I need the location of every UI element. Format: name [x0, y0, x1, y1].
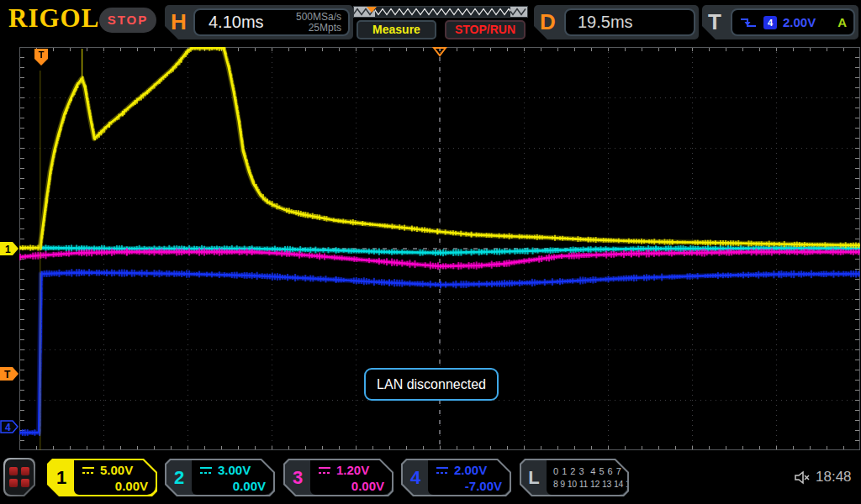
clock: 18:48	[816, 469, 852, 486]
oscilloscope-screen: RIGOL STOP H 4.10ms 500MSa/s 25Mpts Meas…	[0, 0, 861, 504]
channel4-offset: -7.00V	[435, 478, 502, 494]
trigger-label: T	[708, 9, 721, 35]
menu-grid-icon	[5, 459, 34, 495]
timebase-value: 4.10ms	[195, 13, 296, 32]
status-clock-area: 18:48	[794, 469, 852, 486]
trigger-time-marker[interactable]: T	[34, 48, 49, 68]
dc-coupling-icon	[317, 465, 332, 475]
memory-position-bar[interactable]	[353, 6, 528, 18]
timebase-value-box: 4.10ms 500MSa/s 25Mpts	[193, 8, 350, 36]
logic-label: L	[521, 460, 547, 495]
acquisition-info: 500MSa/s 25Mpts	[296, 12, 348, 34]
channel1-box[interactable]: 1 5.00V 0.00V	[47, 459, 157, 496]
trigger-value-box: 4 2.00V A	[731, 8, 855, 36]
lan-disconnected-toast: LAN disconnected	[364, 368, 499, 401]
horizontal-timebase-box[interactable]: H 4.10ms 500MSa/s 25Mpts	[165, 5, 353, 39]
channel1-marker-label: 1	[5, 244, 11, 255]
waveform-grid-area: LAN disconnected	[19, 47, 860, 450]
stop-run-button[interactable]: STOP/RUN	[445, 20, 526, 39]
sample-rate: 500MSa/s	[296, 11, 341, 23]
channel4-box[interactable]: 4 2.00V -7.00V	[401, 459, 511, 496]
speaker-muted-icon	[794, 470, 811, 485]
trigger-mode: A	[837, 15, 847, 29]
menu-button[interactable]	[3, 458, 35, 496]
trigger-time-marker-label: T	[39, 50, 45, 60]
dc-coupling-icon	[435, 465, 450, 475]
dc-coupling-icon	[198, 465, 214, 475]
channel3-box[interactable]: 3 1.20V 0.00V	[283, 459, 394, 496]
measure-button[interactable]: Measure	[357, 20, 436, 39]
channel1-offset: 0.00V	[81, 478, 148, 494]
channel2-number: 2	[166, 460, 192, 495]
rigol-logo: RIGOL	[8, 3, 99, 34]
run-state-badge: STOP	[99, 8, 156, 33]
dc-coupling-icon	[81, 465, 96, 475]
channel4-ground-marker[interactable]: 4	[0, 420, 19, 434]
logic-row-8-15: 8 9 10 11 12 13 14 15	[553, 478, 620, 491]
channel4-scale: 2.00V	[454, 462, 487, 478]
channel1-scale: 5.00V	[100, 462, 133, 478]
channel1-ground-marker[interactable]: 1	[0, 242, 19, 256]
logic-row-0-7: 0 1 2 3 4 5 6 7	[553, 465, 620, 478]
channel1-number: 1	[49, 460, 74, 495]
channel2-scale: 3.00V	[218, 462, 251, 478]
logic-channels-box[interactable]: L 0 1 2 3 4 5 6 7 8 9 10 11 12 13 14 15	[520, 459, 629, 496]
channel2-box[interactable]: 2 3.00V 0.00V	[165, 459, 275, 496]
horizontal-label: H	[171, 9, 187, 35]
delay-label: D	[540, 9, 556, 35]
memory-depth: 25Mpts	[309, 22, 341, 34]
trigger-source-badge: 4	[763, 16, 777, 29]
delay-reference-icon	[432, 47, 447, 57]
falling-edge-icon	[739, 16, 758, 29]
delay-box[interactable]: D 19.5ms	[534, 5, 699, 39]
trigger-level-value: 2.00V	[783, 15, 816, 29]
channel4-marker-label: 4	[5, 422, 11, 433]
channel2-offset: 0.00V	[198, 478, 266, 494]
channel3-number: 3	[285, 460, 310, 495]
delay-value-box: 19.5ms	[564, 8, 695, 36]
trigger-box[interactable]: T 4 2.00V A	[702, 5, 858, 39]
trigger-level-marker[interactable]: T	[0, 367, 19, 381]
channel3-scale: 1.20V	[336, 462, 369, 478]
channel3-offset: 0.00V	[317, 478, 384, 494]
trigger-marker-label: T	[4, 369, 11, 381]
delay-value: 19.5ms	[566, 13, 633, 32]
channel4-number: 4	[403, 460, 428, 495]
